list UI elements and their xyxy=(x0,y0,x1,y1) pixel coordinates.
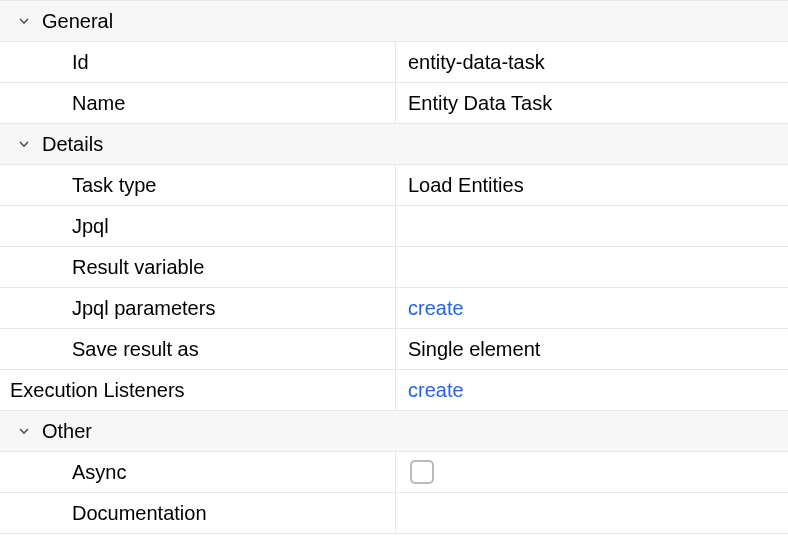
property-jpql-label: Jpql xyxy=(0,206,396,246)
property-task-type-value[interactable]: Load Entities xyxy=(396,165,788,205)
property-jpql-row: Jpql xyxy=(0,206,788,247)
property-name-value[interactable]: Entity Data Task xyxy=(396,83,788,123)
property-id-row: Id entity-data-task xyxy=(0,42,788,83)
section-details-title: Details xyxy=(42,133,103,156)
jpql-parameters-create-link[interactable]: create xyxy=(408,297,464,320)
properties-panel: General Id entity-data-task Name Entity … xyxy=(0,0,788,534)
property-result-variable-row: Result variable xyxy=(0,247,788,288)
property-execution-listeners-label: Execution Listeners xyxy=(0,370,396,410)
execution-listeners-create-link[interactable]: create xyxy=(408,379,464,402)
chevron-down-icon xyxy=(16,136,32,152)
property-jpql-parameters-label: Jpql parameters xyxy=(0,288,396,328)
property-name-row: Name Entity Data Task xyxy=(0,83,788,124)
property-async-label: Async xyxy=(0,452,396,492)
property-documentation-row: Documentation xyxy=(0,493,788,534)
property-jpql-value[interactable] xyxy=(396,206,788,246)
property-task-type-label: Task type xyxy=(0,165,396,205)
chevron-down-icon xyxy=(16,423,32,439)
property-name-label: Name xyxy=(0,83,396,123)
section-details-header[interactable]: Details xyxy=(0,124,788,165)
property-documentation-value[interactable] xyxy=(396,493,788,533)
section-general-header[interactable]: General xyxy=(0,1,788,42)
chevron-down-icon xyxy=(16,13,32,29)
section-general-title: General xyxy=(42,10,113,33)
section-other-title: Other xyxy=(42,420,92,443)
property-execution-listeners-row: Execution Listeners create xyxy=(0,370,788,411)
property-save-result-as-label: Save result as xyxy=(0,329,396,369)
property-id-value[interactable]: entity-data-task xyxy=(396,42,788,82)
property-jpql-parameters-row: Jpql parameters create xyxy=(0,288,788,329)
property-documentation-label: Documentation xyxy=(0,493,396,533)
property-result-variable-label: Result variable xyxy=(0,247,396,287)
property-result-variable-value[interactable] xyxy=(396,247,788,287)
property-id-label: Id xyxy=(0,42,396,82)
property-task-type-row: Task type Load Entities xyxy=(0,165,788,206)
async-checkbox[interactable] xyxy=(410,460,434,484)
property-save-result-as-row: Save result as Single element xyxy=(0,329,788,370)
section-other-header[interactable]: Other xyxy=(0,411,788,452)
property-async-row: Async xyxy=(0,452,788,493)
property-save-result-as-value[interactable]: Single element xyxy=(396,329,788,369)
